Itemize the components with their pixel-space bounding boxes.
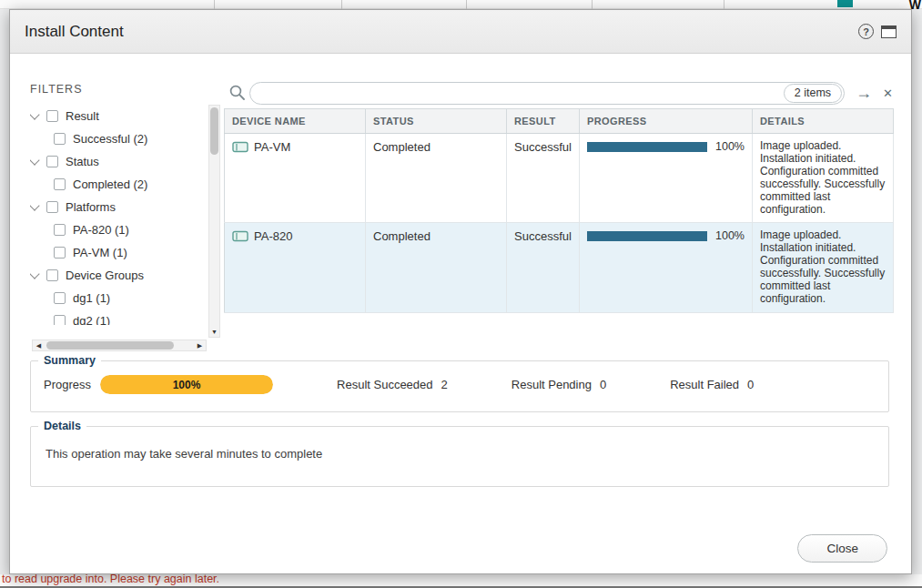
dialog-title: Install Content bbox=[25, 23, 124, 41]
devices-table: DEVICE NAME STATUS RESULT PROGRESS DETAI… bbox=[224, 108, 894, 313]
close-button[interactable]: Close bbox=[797, 534, 887, 563]
search-bar: 2 items → ✕ bbox=[228, 81, 893, 105]
filter-group-result[interactable]: Result bbox=[30, 105, 207, 127]
install-content-dialog: Install Content ? FILTERS Result Success… bbox=[9, 9, 912, 574]
filters-tree: Result Successful (2) Status Completed (… bbox=[30, 105, 207, 325]
filter-group-device-groups[interactable]: Device Groups bbox=[30, 264, 207, 287]
column-header-device-name[interactable]: DEVICE NAME bbox=[225, 109, 366, 134]
search-icon bbox=[228, 84, 247, 102]
checkbox[interactable] bbox=[54, 315, 66, 325]
filter-item-label: Completed (2) bbox=[73, 177, 147, 191]
filters-horizontal-scrollbar[interactable]: ◀ ▶ bbox=[32, 340, 207, 351]
scroll-right-icon[interactable]: ▶ bbox=[194, 340, 206, 350]
background-error-text: to read upgrade into. Please try again l… bbox=[2, 573, 219, 585]
summary-legend: Summary bbox=[38, 354, 101, 367]
filter-item-dg2[interactable]: dg2 (1) bbox=[30, 309, 207, 325]
chevron-down-icon[interactable] bbox=[30, 155, 40, 165]
background-column-line bbox=[214, 0, 215, 9]
dialog-header: Install Content ? bbox=[10, 10, 911, 54]
summary-section: Summary Progress 100% Result Succeeded 2… bbox=[30, 354, 889, 412]
device-details: Image uploaded. Installation initiated. … bbox=[760, 229, 886, 305]
background-table-strip: W bbox=[0, 0, 922, 9]
stat-value: 0 bbox=[600, 378, 606, 391]
filter-item-label: dg1 (1) bbox=[73, 291, 110, 305]
details-section: Details This operation may take several … bbox=[30, 420, 889, 487]
filters-heading: FILTERS bbox=[30, 83, 82, 96]
chevron-down-icon[interactable] bbox=[30, 200, 40, 210]
stat-label: Result Succeeded bbox=[337, 378, 433, 391]
summary-progress-track: 100% bbox=[100, 375, 273, 394]
filter-group-label: Device Groups bbox=[66, 269, 144, 282]
details-message: This operation may take several minutes … bbox=[31, 432, 888, 461]
table-row[interactable]: PA-VM Completed Successful 100% Image up… bbox=[225, 134, 894, 223]
scroll-down-icon[interactable]: ▼ bbox=[209, 326, 219, 337]
checkbox[interactable] bbox=[54, 133, 66, 145]
background-column-line bbox=[341, 0, 342, 9]
progress-bar bbox=[587, 142, 707, 152]
items-count-badge: 2 items bbox=[784, 84, 842, 103]
filter-item-pa-820[interactable]: PA-820 (1) bbox=[30, 218, 207, 241]
dialog-header-icons: ? bbox=[858, 24, 897, 39]
background-column-line bbox=[724, 0, 724, 9]
device-result: Successful bbox=[514, 140, 572, 154]
scrollbar-thumb[interactable] bbox=[46, 341, 174, 350]
device-name: PA-VM bbox=[254, 140, 290, 154]
progress-bar-track bbox=[587, 231, 707, 241]
device-status: Completed bbox=[373, 229, 431, 243]
column-header-result[interactable]: RESULT bbox=[507, 109, 580, 134]
filter-item-pa-vm[interactable]: PA-VM (1) bbox=[30, 241, 207, 264]
apply-filter-arrow-icon[interactable]: → bbox=[856, 85, 872, 101]
column-header-progress[interactable]: PROGRESS bbox=[580, 109, 753, 134]
summary-progress-label: Progress bbox=[44, 378, 91, 391]
filter-item-label: Successful (2) bbox=[73, 132, 147, 146]
device-details: Image uploaded. Installation initiated. … bbox=[760, 140, 886, 216]
filter-item-label: PA-820 (1) bbox=[73, 223, 129, 237]
window-restore-icon[interactable] bbox=[881, 25, 897, 38]
filters-vertical-scrollbar[interactable]: ▼ bbox=[208, 105, 220, 338]
progress-percent: 100% bbox=[715, 229, 745, 242]
stat-result-failed: Result Failed 0 bbox=[670, 378, 754, 391]
column-header-details[interactable]: DETAILS bbox=[753, 109, 894, 134]
device-status: Completed bbox=[373, 140, 431, 154]
checkbox[interactable] bbox=[46, 201, 58, 213]
filter-group-label: Platforms bbox=[66, 200, 116, 214]
device-icon bbox=[232, 230, 248, 242]
scrollbar-thumb[interactable] bbox=[210, 107, 218, 155]
stat-value: 2 bbox=[441, 378, 448, 391]
stat-label: Result Pending bbox=[512, 378, 592, 391]
column-header-status[interactable]: STATUS bbox=[366, 109, 507, 134]
stat-result-pending: Result Pending 0 bbox=[512, 378, 606, 391]
checkbox[interactable] bbox=[54, 178, 66, 190]
progress-bar-track bbox=[587, 142, 707, 152]
checkbox[interactable] bbox=[46, 110, 58, 122]
filter-item-completed[interactable]: Completed (2) bbox=[30, 173, 207, 196]
chevron-down-icon[interactable] bbox=[30, 269, 40, 279]
table-row[interactable]: PA-820 Completed Successful 100% Image u… bbox=[225, 223, 894, 312]
table-header-row: DEVICE NAME STATUS RESULT PROGRESS DETAI… bbox=[225, 109, 894, 134]
background-column-line bbox=[466, 0, 467, 9]
checkbox[interactable] bbox=[46, 269, 58, 281]
background-teal-cell bbox=[837, 0, 853, 7]
filter-group-platforms[interactable]: Platforms bbox=[30, 196, 207, 218]
device-result: Successful bbox=[514, 229, 572, 243]
filter-item-dg1[interactable]: dg1 (1) bbox=[30, 287, 207, 309]
checkbox[interactable] bbox=[46, 156, 58, 167]
search-field-wrap: 2 items bbox=[249, 82, 845, 105]
chevron-down-icon[interactable] bbox=[30, 109, 40, 119]
filter-group-status[interactable]: Status bbox=[30, 150, 207, 173]
scroll-left-icon[interactable]: ◀ bbox=[33, 340, 45, 350]
details-legend: Details bbox=[38, 420, 86, 432]
device-name: PA-820 bbox=[254, 229, 292, 243]
filter-group-label: Status bbox=[66, 155, 99, 168]
stat-result-succeeded: Result Succeeded 2 bbox=[337, 378, 448, 391]
checkbox[interactable] bbox=[54, 292, 66, 304]
help-icon[interactable]: ? bbox=[858, 24, 874, 39]
filter-item-label: PA-VM (1) bbox=[73, 246, 127, 259]
filter-item-successful[interactable]: Successful (2) bbox=[30, 127, 207, 150]
search-input[interactable] bbox=[249, 82, 845, 105]
background-bottom-strip: to read upgrade into. Please try again l… bbox=[0, 574, 922, 588]
checkbox[interactable] bbox=[54, 247, 66, 259]
checkbox[interactable] bbox=[54, 224, 66, 236]
clear-filter-icon[interactable]: ✕ bbox=[883, 87, 893, 99]
device-icon bbox=[232, 141, 248, 153]
